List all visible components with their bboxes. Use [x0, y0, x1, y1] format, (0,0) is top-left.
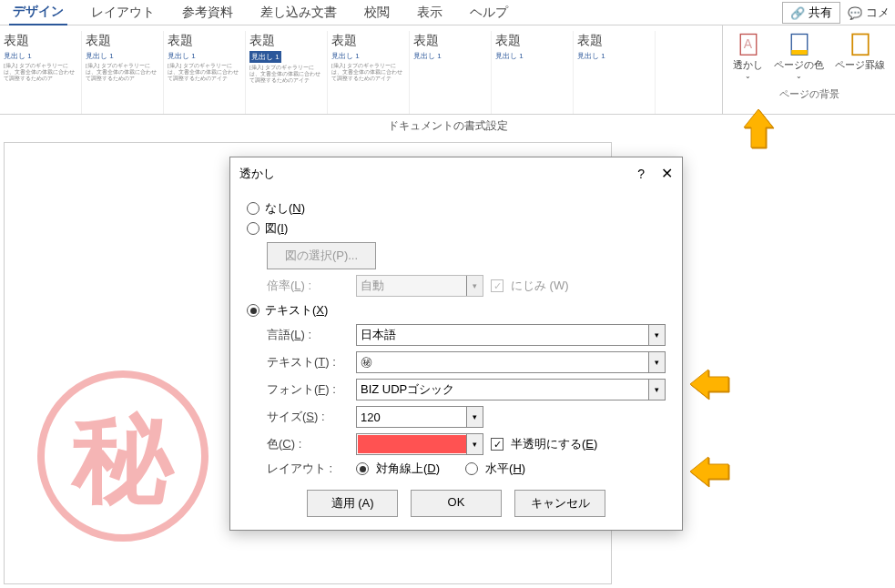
chevron-down-icon: ⌄	[745, 72, 751, 80]
size-select[interactable]: 120 ▾	[356, 406, 483, 428]
gallery-sub: 見出し 1	[495, 51, 569, 61]
gallery-title: 表題	[577, 33, 651, 49]
tab-mailings[interactable]: 差し込み文書	[257, 1, 341, 25]
chevron-down-icon: ▾	[466, 407, 483, 427]
semitransparent-label: 半透明にする(E)	[511, 436, 597, 452]
chevron-down-icon: ▾	[648, 352, 665, 372]
gallery-desc: [挿入] タブのギャラリーには、文書全体の体裁に合わせて調整するためのア	[4, 63, 77, 83]
color-label: 色(C) :	[267, 436, 349, 452]
gallery-item[interactable]: 表題見出し 1	[574, 31, 656, 114]
dialog-titlebar: 透かし ? ✕	[230, 157, 682, 189]
annotation-arrow-left	[688, 366, 734, 406]
watermark-button[interactable]: A 透かし ⌄	[731, 29, 765, 82]
gallery-title: 表題	[495, 33, 569, 49]
svg-text:秘: 秘	[70, 401, 176, 513]
option-picture[interactable]: 図(I)	[247, 220, 666, 237]
tab-layout[interactable]: レイアウト	[87, 1, 158, 25]
gallery-desc: [挿入] タブのギャラリーには、文書全体の体裁に合わせて調整するためのアイテ	[249, 65, 323, 85]
radio-text[interactable]	[247, 304, 259, 317]
horizontal-label: 水平(H)	[485, 461, 525, 477]
chevron-down-icon: ⌄	[796, 72, 802, 80]
layout-label: レイアウト :	[267, 461, 349, 477]
ribbon-tabs: デザイン レイアウト 参考資料 差し込み文書 校閲 表示 ヘルプ	[0, 0, 895, 25]
comment-button[interactable]: 💬 コメ	[848, 5, 890, 21]
gallery-sub: 見出し 1	[86, 51, 159, 61]
gallery-item[interactable]: 表題見出し 1[挿入] タブのギャラリーには、文書全体の体裁に合わせて調整するた…	[246, 31, 328, 114]
radio-none[interactable]	[247, 202, 259, 215]
text-label: テキスト(T) :	[267, 354, 349, 370]
page-border-button[interactable]: ページ罫線	[833, 29, 887, 82]
radio-diagonal[interactable]	[356, 462, 369, 475]
option-none[interactable]: なし(N)	[247, 200, 666, 217]
washout-checkbox[interactable]	[491, 279, 503, 292]
comment-label: コメ	[866, 5, 890, 21]
chevron-down-icon: ▾	[648, 380, 665, 400]
scale-value: 自動	[361, 278, 384, 294]
dialog-help-button[interactable]: ?	[637, 167, 645, 181]
tab-help[interactable]: ヘルプ	[466, 1, 512, 25]
page-color-label: ページの色	[774, 58, 824, 72]
gallery-sub: 見出し 1	[331, 51, 405, 61]
chevron-down-icon: ▾	[466, 276, 483, 296]
language-label: 言語(L) :	[267, 327, 349, 343]
gallery-item[interactable]: 表題見出し 1[挿入] タブのギャラリーには、文書全体の体裁に合わせて調整するた…	[164, 31, 246, 114]
tab-view[interactable]: 表示	[413, 1, 446, 25]
gallery-item[interactable]: 表題見出し 1	[410, 31, 492, 114]
watermark-label: 透かし	[733, 58, 763, 72]
page-border-icon	[848, 31, 873, 56]
gallery-title: 表題	[413, 33, 487, 49]
share-label: 共有	[809, 5, 832, 21]
gallery-item[interactable]: 表題見出し 1[挿入] タブのギャラリーには、文書全体の体裁に合わせて調整するた…	[328, 31, 410, 114]
share-button[interactable]: 🔗 共有	[782, 2, 840, 24]
text-select[interactable]: ㊙ ▾	[356, 351, 666, 373]
gallery-desc: [挿入] タブのギャラリーには、文書全体の体裁に合わせて調整するためのアイテ	[331, 63, 405, 83]
option-text-label: テキスト(X)	[265, 302, 328, 319]
scale-select[interactable]: 自動 ▾	[356, 275, 483, 297]
dialog-close-button[interactable]: ✕	[661, 165, 673, 182]
ok-button[interactable]: OK	[411, 490, 502, 517]
gallery-item[interactable]: 表題見出し 1	[492, 31, 574, 114]
semitransparent-checkbox[interactable]	[491, 438, 503, 451]
page-color-icon	[787, 31, 812, 56]
gallery-item[interactable]: 表題見出し 1[挿入] タブのギャラリーには、文書全体の体裁に合わせて調整するた…	[0, 31, 82, 114]
page-background-group: A 透かし ⌄ ページの色 ⌄ ページ罫線 ページの背景	[722, 25, 895, 114]
dialog-buttons: 適用 (A) OK キャンセル	[247, 490, 666, 517]
color-swatch	[358, 435, 467, 453]
gallery-sub: 見出し 1	[249, 51, 281, 63]
color-select[interactable]: ▾	[356, 433, 483, 455]
gallery-title: 表題	[249, 33, 323, 49]
page-color-button[interactable]: ページの色 ⌄	[772, 29, 826, 82]
gallery-item[interactable]: 表題見出し 1[挿入] タブのギャラリーには、文書全体の体裁に合わせて調整するた…	[82, 31, 164, 114]
tab-references[interactable]: 参考資料	[178, 1, 237, 25]
picture-select-button[interactable]: 図の選択(P)...	[267, 242, 376, 269]
page-border-label: ページ罫線	[835, 58, 885, 72]
apply-button[interactable]: 適用 (A)	[307, 490, 398, 517]
option-picture-label: 図(I)	[265, 220, 288, 237]
option-text[interactable]: テキスト(X)	[247, 302, 666, 319]
font-select[interactable]: BIZ UDPゴシック ▾	[356, 379, 666, 400]
gallery-desc: [挿入] タブのギャラリーには、文書全体の体裁に合わせて調整するためのア	[86, 63, 159, 83]
gallery-sub: 見出し 1	[4, 51, 77, 61]
page-background-label: ページの背景	[779, 87, 839, 101]
chevron-down-icon: ▾	[466, 434, 483, 454]
tab-design[interactable]: デザイン	[9, 0, 67, 25]
gallery-sub: 見出し 1	[577, 51, 651, 61]
watermark-stamp-icon: 秘	[32, 365, 214, 547]
washout-label: にじみ (W)	[511, 278, 569, 294]
language-value: 日本語	[361, 327, 396, 343]
watermark-icon: A	[736, 31, 761, 56]
font-label: フォント(F) :	[267, 381, 349, 398]
dialog-body: なし(N) 図(I) 図の選択(P)... 倍率(L) : 自動 ▾ にじみ (…	[230, 189, 682, 530]
language-select[interactable]: 日本語 ▾	[356, 324, 666, 346]
annotation-arrow-left	[688, 453, 734, 493]
cancel-button[interactable]: キャンセル	[514, 490, 605, 517]
gallery-title: 表題	[86, 33, 159, 49]
gallery-sub: 見出し 1	[413, 51, 487, 61]
radio-picture[interactable]	[247, 222, 259, 235]
option-none-label: なし(N)	[265, 200, 305, 217]
gallery-title: 表題	[331, 33, 405, 49]
tab-review[interactable]: 校閲	[361, 1, 393, 25]
radio-horizontal[interactable]	[465, 462, 478, 475]
scale-label: 倍率(L) :	[267, 278, 349, 294]
watermark-dialog: 透かし ? ✕ なし(N) 図(I) 図の選択(P)... 倍率(L) : 自動…	[229, 157, 683, 531]
